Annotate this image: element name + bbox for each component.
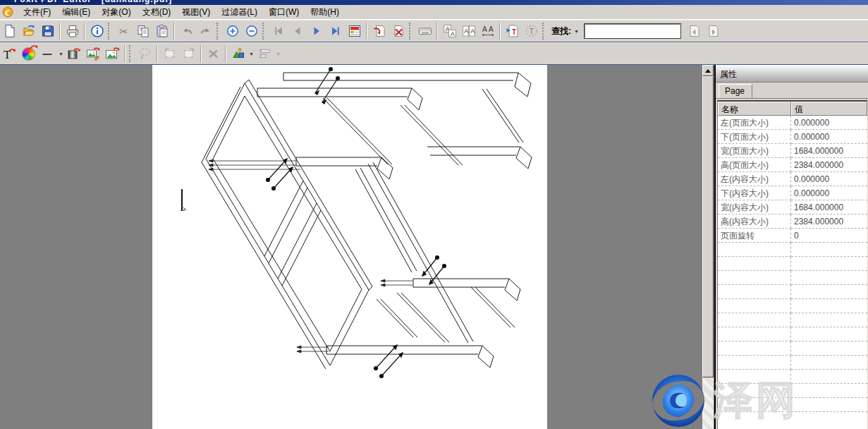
transform-prev-icon <box>163 47 177 61</box>
empty-row <box>718 384 867 398</box>
find-input[interactable] <box>585 24 680 38</box>
property-value[interactable]: 1684.000000 <box>791 144 867 158</box>
line-tool-button[interactable] <box>38 44 57 63</box>
shapes-icon <box>231 47 245 61</box>
frame-assembly-drawing <box>152 65 547 429</box>
paste-button[interactable] <box>152 22 171 40</box>
zoom-out-button[interactable] <box>242 22 261 40</box>
panel-caption: 属性 <box>716 65 868 83</box>
print-icon <box>66 24 80 38</box>
add-text-button[interactable]: T <box>0 44 19 63</box>
tab-page[interactable]: Page <box>719 84 752 98</box>
application-window: Foxit PDF Editor - [dankuang.pdf] 文件(F) … <box>0 0 868 429</box>
delete-object-button[interactable] <box>204 44 223 63</box>
shapes-dropdown-button[interactable]: ▾ <box>247 51 255 57</box>
property-value[interactable]: 0.000000 <box>791 130 867 144</box>
document-info-button[interactable] <box>87 22 106 40</box>
properties-panel: 属性 Page 名称 值 左(页面大小)0.000000 下(页面大小)0.00… <box>714 65 868 429</box>
property-value[interactable]: 1684.000000 <box>791 200 867 214</box>
property-value[interactable]: 2384.000000 <box>791 214 867 229</box>
new-button[interactable] <box>0 22 19 40</box>
menu-file[interactable]: 文件(F) <box>18 5 56 20</box>
menu-object[interactable]: 对象(O) <box>96 5 136 20</box>
find-prev-button[interactable] <box>685 22 704 40</box>
font-narrow-button[interactable]: AA <box>459 22 478 40</box>
menu-view[interactable]: 视图(V) <box>176 5 216 20</box>
import-page-button[interactable] <box>369 22 389 40</box>
line-dropdown-button[interactable]: ▾ <box>57 51 65 57</box>
toolbar-grip[interactable] <box>262 23 266 40</box>
keyboard-button[interactable] <box>415 22 434 40</box>
vertical-scrollbar[interactable] <box>702 65 714 429</box>
text-circle-button[interactable]: T <box>522 22 541 40</box>
empty-row <box>718 313 867 327</box>
property-row: 页面旋转0 <box>718 229 867 243</box>
toolbar-separator <box>225 45 226 62</box>
page-layout-button[interactable] <box>345 22 364 40</box>
find-next-button[interactable] <box>704 22 723 40</box>
open-button[interactable] <box>19 22 38 40</box>
menu-filter[interactable]: 过滤器(L) <box>216 5 263 20</box>
column-header-name: 名称 <box>718 102 791 116</box>
first-page-icon <box>271 24 286 38</box>
first-page-button[interactable] <box>269 22 288 40</box>
lasso-button[interactable] <box>135 44 154 63</box>
save-button[interactable] <box>38 22 57 40</box>
property-name: 左(内容大小) <box>718 172 791 186</box>
document-page[interactable] <box>152 65 547 429</box>
object-toolbar: T ▾ ▾ ▾ <box>0 42 868 66</box>
toolbar-grip[interactable] <box>542 23 546 40</box>
shapes-button[interactable] <box>228 44 247 63</box>
prev-page-button[interactable] <box>288 22 307 40</box>
print-button[interactable] <box>63 22 82 40</box>
undo-button[interactable] <box>177 22 196 40</box>
toolbar-grip[interactable] <box>108 23 111 40</box>
property-value[interactable]: 0.000000 <box>791 116 867 130</box>
toolbar-grip[interactable] <box>216 23 220 40</box>
shading-button[interactable] <box>65 44 84 63</box>
toolbar-grip[interactable] <box>129 45 133 62</box>
property-name: 宽(内容大小) <box>718 200 791 214</box>
image-edit-button[interactable] <box>84 44 103 63</box>
toolbar-separator <box>84 23 85 40</box>
property-name: 下(内容大小) <box>718 186 791 200</box>
image-insert-button[interactable] <box>103 44 122 63</box>
empty-row <box>718 370 867 384</box>
align-dropdown-button[interactable]: ▾ <box>274 51 282 57</box>
column-header-value: 值 <box>791 102 867 116</box>
copy-button[interactable] <box>133 22 152 40</box>
redo-button[interactable] <box>196 22 215 40</box>
toolbar-separator <box>436 23 438 40</box>
copy-icon <box>136 24 150 38</box>
zoom-in-button[interactable] <box>223 22 242 40</box>
menu-document[interactable]: 文档(D) <box>137 5 177 20</box>
toolbar-grip[interactable] <box>409 23 412 40</box>
toolbar-separator <box>59 23 61 40</box>
menu-window[interactable]: 窗口(W) <box>263 5 305 20</box>
menu-edit[interactable]: 编辑(E) <box>56 5 96 20</box>
svg-text:T: T <box>512 28 516 36</box>
font-replace-button[interactable]: AA <box>440 22 459 40</box>
delete-page-button[interactable] <box>389 22 408 40</box>
property-value[interactable]: 0.000000 <box>791 172 867 186</box>
property-value[interactable]: 0 <box>791 229 867 243</box>
menu-help[interactable]: 帮助(H) <box>305 5 345 20</box>
font-replace-icon: AA <box>443 24 457 38</box>
find-dropdown-button[interactable]: ▾ <box>573 28 580 35</box>
property-value[interactable]: 2384.000000 <box>791 158 867 172</box>
transform-next-button[interactable] <box>179 44 198 63</box>
transform-prev-button[interactable] <box>160 44 179 63</box>
text-import-button[interactable]: T <box>503 22 522 40</box>
next-page-button[interactable] <box>307 22 326 40</box>
scrollbar-thumb[interactable] <box>702 76 714 377</box>
transform-next-icon <box>182 47 196 61</box>
scroll-up-button[interactable] <box>702 65 714 76</box>
align-button[interactable] <box>255 44 274 63</box>
toolbar-separator <box>200 45 202 62</box>
cut-button[interactable]: ✂ <box>114 22 133 40</box>
font-widen-button[interactable]: AA <box>478 22 497 40</box>
property-value[interactable]: 0.000000 <box>791 186 867 200</box>
color-button[interactable] <box>19 44 38 63</box>
last-page-button[interactable] <box>326 22 345 40</box>
window-title: Foxit PDF Editor - [dankuang.pdf] <box>0 0 868 4</box>
